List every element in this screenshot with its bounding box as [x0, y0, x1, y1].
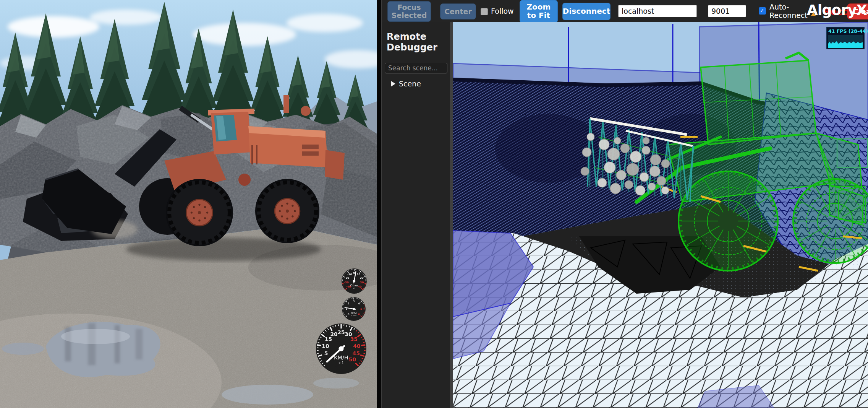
algoryx-logo-triangle-icon	[811, 12, 816, 16]
auto-reconnect-checkbox[interactable]	[759, 7, 766, 15]
focus-selected-button[interactable]: Focus Selected	[387, 1, 431, 22]
sidebar: Remote Debugger Scene	[382, 22, 450, 408]
svg-text:6: 6	[358, 313, 360, 316]
fps-widget: 41 FPS (28-44)	[826, 27, 865, 49]
svg-text:5: 5	[324, 350, 328, 356]
svg-text:0: 0	[348, 313, 350, 316]
tree-item-scene[interactable]: Scene	[391, 80, 421, 88]
sidebar-title: Remote Debugger	[382, 22, 450, 53]
host-input[interactable]	[618, 5, 697, 17]
gauge-speedometer: 5101520253035404550KM/Hx 1	[316, 323, 366, 374]
front-wheel	[167, 180, 232, 245]
svg-text:3: 3	[353, 300, 355, 303]
auto-reconnect-label: Auto-Reconnect	[769, 3, 811, 20]
svg-text:10: 10	[357, 273, 361, 276]
svg-text:x 1: x 1	[353, 287, 356, 289]
follow-label: Follow	[491, 7, 514, 15]
gauge-rpm: 0123456RPMx 1000	[342, 297, 366, 321]
svg-text:50: 50	[349, 356, 356, 362]
debug-scene	[453, 22, 868, 408]
svg-text:4: 4	[358, 302, 360, 305]
svg-text:35: 35	[350, 336, 358, 342]
svg-text:20: 20	[360, 276, 363, 280]
center-label: Center	[444, 8, 472, 16]
wireframe-rear-wheel	[793, 179, 868, 263]
rear-wheel	[256, 180, 319, 242]
svg-text:5: 5	[360, 307, 362, 310]
svg-text:-20: -20	[345, 276, 350, 280]
center-button[interactable]: Center	[440, 3, 476, 20]
svg-text:40: 40	[353, 343, 360, 349]
disconnect-button[interactable]: Disconnect	[562, 3, 611, 20]
fps-text: 41 FPS (28-44)	[828, 28, 863, 34]
svg-text:25: 25	[337, 329, 345, 335]
search-input[interactable]	[385, 63, 447, 73]
zoom-to-fit-label: Zoom to Fit	[526, 3, 551, 20]
port-input[interactable]	[708, 5, 746, 17]
svg-text:30: 30	[360, 281, 364, 284]
algoryx-logo-text: AlgoryX	[807, 2, 867, 18]
svg-text:20: 20	[330, 331, 337, 337]
svg-text:x 1: x 1	[338, 361, 343, 365]
svg-text:-10: -10	[347, 273, 352, 276]
svg-text:40: 40	[358, 285, 362, 288]
app-window: -20-1001020-40-303040Otherx 1 0123456RPM…	[0, 0, 868, 408]
tree-item-label: Scene	[399, 80, 421, 88]
svg-text:2: 2	[348, 302, 350, 305]
fps-histogram	[828, 35, 863, 48]
svg-text:-30: -30	[344, 281, 349, 284]
follow-checkbox[interactable]	[481, 8, 488, 15]
zoom-to-fit-button[interactable]: Zoom to Fit	[520, 0, 558, 22]
svg-text:10: 10	[322, 343, 329, 349]
svg-text:x 1000: x 1000	[351, 315, 356, 317]
svg-text:45: 45	[353, 350, 360, 356]
svg-text:0: 0	[353, 271, 355, 275]
svg-text:KM/H: KM/H	[334, 354, 348, 361]
disconnect-label: Disconnect	[563, 7, 610, 16]
gauge-other: -20-1001020-40-303040Otherx 1	[342, 268, 367, 294]
algoryx-logo: AlgoryX	[807, 2, 867, 18]
pane-divider	[377, 0, 382, 408]
simulation-viewport[interactable]: -20-1001020-40-303040Otherx 1 0123456RPM…	[0, 0, 377, 408]
wireframe-front-wheel	[679, 171, 778, 271]
debug-viewport[interactable]: 41 FPS (28-44)	[453, 22, 868, 408]
tree-expand-icon[interactable]	[391, 81, 395, 86]
sidebar-divider	[450, 22, 453, 408]
focus-selected-label: Focus Selected	[388, 3, 431, 19]
svg-text:Other: Other	[350, 284, 358, 287]
fps-histogram-bar	[828, 41, 863, 48]
exhaust-pipe	[283, 95, 289, 113]
remote-debugger-panel: Focus Selected Center Follow Zoom to Fit…	[377, 0, 868, 408]
toolbar: Focus Selected Center Follow Zoom to Fit…	[382, 0, 868, 22]
